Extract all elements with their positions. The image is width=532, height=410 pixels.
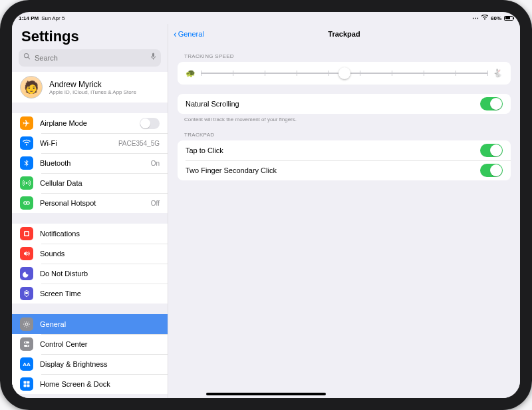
sidebar-item-label: Notifications: [40, 230, 160, 238]
sidebar-item-personal-hotspot[interactable]: Personal HotspotOff: [12, 193, 168, 213]
sidebar-item-do-not-disturb[interactable]: Do Not Disturb: [12, 264, 168, 284]
sound-icon: [20, 247, 33, 260]
search-icon: [23, 53, 31, 61]
detail-title: Trackpad: [328, 30, 360, 38]
svg-rect-16: [24, 381, 27, 384]
search-field[interactable]: [19, 49, 161, 67]
chevron-left-icon: ‹: [174, 29, 177, 39]
hotspot-icon: [20, 196, 33, 210]
avatar: 🧑: [20, 76, 43, 99]
sidebar-item-label: Cellular Data: [40, 179, 160, 187]
svg-rect-2: [152, 53, 154, 57]
natural-scroll-footnote: Content will track the movement of your …: [168, 114, 520, 122]
settings-title: Settings: [12, 24, 168, 49]
ipad-frame: 1:14 PM Sun Apr 5 60% Settings: [0, 0, 532, 410]
sidebar-item-label: Bluetooth: [40, 159, 151, 167]
setting-row-two-finger-secondary-click[interactable]: Two Finger Secondary Click: [178, 160, 511, 180]
svg-point-10: [25, 323, 28, 325]
detail-header: ‹ General Trackpad: [168, 24, 520, 44]
tracking-speed-card: 🐢 🐇: [178, 62, 511, 85]
apple-id-row[interactable]: 🧑 Andrew Myrick Apple ID, iCloud, iTunes…: [12, 72, 168, 102]
sidebar-item-label: Do Not Disturb: [40, 270, 160, 278]
setting-row-tap-to-click[interactable]: Tap to Click: [178, 140, 511, 160]
sidebar-item-value: On: [151, 160, 160, 167]
sidebar-item-airplane-mode[interactable]: Airplane Mode: [12, 113, 168, 133]
settings-sidebar: Settings 🧑 Andrew Myrick Apple ID, iC: [12, 24, 168, 398]
dnd-icon: [20, 267, 33, 280]
toggle[interactable]: [480, 164, 503, 177]
hare-icon: 🐇: [493, 69, 503, 78]
sidebar-item-bluetooth[interactable]: BluetoothOn: [12, 153, 168, 173]
sidebar-item-label: Control Center: [40, 340, 160, 348]
cell-icon: [20, 176, 33, 190]
sidebar-item-value: Off: [151, 200, 160, 207]
setting-label: Two Finger Secondary Click: [186, 166, 480, 174]
display-icon: AA: [20, 357, 33, 371]
svg-rect-17: [27, 381, 30, 384]
tracking-speed-label: TRACKING SPEED: [168, 44, 520, 62]
sidebar-item-control-center[interactable]: Control Center: [12, 334, 168, 354]
sidebar-item-label: General: [40, 320, 160, 328]
svg-rect-19: [27, 385, 30, 387]
sidebar-item-general[interactable]: General: [12, 314, 168, 334]
toggle[interactable]: [480, 97, 503, 110]
sidebar-item-label: Screen Time: [40, 290, 160, 298]
svg-point-12: [25, 342, 27, 343]
status-time: 1:14 PM: [19, 15, 39, 21]
back-button[interactable]: ‹ General: [174, 29, 204, 39]
toggle[interactable]: [480, 144, 503, 157]
sidebar-item-label: Airplane Mode: [40, 119, 140, 127]
trackpad-section-label: TRACKPAD: [168, 122, 520, 140]
cc-icon: [20, 337, 33, 351]
svg-rect-18: [24, 385, 27, 387]
home-icon: [20, 377, 33, 391]
tracking-speed-slider[interactable]: [201, 73, 487, 74]
status-date: Sun Apr 5: [41, 15, 65, 21]
sidebar-item-label: Personal Hotspot: [40, 199, 151, 207]
sidebar-item-sounds[interactable]: Sounds: [12, 244, 168, 264]
search-input[interactable]: [19, 49, 161, 67]
wifi-icon: [20, 136, 33, 150]
battery-icon: [504, 16, 513, 21]
sidebar-item-wi-fi[interactable]: Wi-FiPACE354_5G: [12, 133, 168, 153]
sidebar-item-cellular-data[interactable]: Cellular Data: [12, 173, 168, 193]
status-bar: 1:14 PM Sun Apr 5 60%: [12, 12, 520, 24]
svg-rect-13: [24, 345, 29, 347]
svg-point-4: [26, 182, 28, 184]
setting-label: Tap to Click: [186, 146, 480, 154]
toggle[interactable]: [140, 118, 160, 129]
screentime-icon: [20, 287, 33, 300]
detail-pane: ‹ General Trackpad TRACKING SPEED 🐢 🐇 Na…: [168, 24, 520, 398]
wifi-icon: [481, 15, 488, 21]
sidebar-item-display-brightness[interactable]: AADisplay & Brightness: [12, 354, 168, 374]
sidebar-item-notifications[interactable]: Notifications: [12, 224, 168, 244]
svg-point-14: [27, 345, 29, 347]
setting-label: Natural Scrolling: [186, 100, 480, 108]
bt-icon: [20, 156, 33, 170]
account-sub: Apple ID, iCloud, iTunes & App Store: [49, 89, 136, 95]
mic-icon[interactable]: [150, 53, 156, 62]
sidebar-item-label: Wi-Fi: [40, 139, 118, 147]
home-indicator[interactable]: [206, 393, 326, 395]
sidebar-item-label: Display & Brightness: [40, 360, 160, 368]
svg-line-1: [28, 57, 30, 59]
sidebar-item-value: PACE354_5G: [118, 140, 160, 147]
sidebar-item-home-screen-dock[interactable]: Home Screen & Dock: [12, 374, 168, 394]
gear-icon: [20, 317, 33, 331]
svg-rect-11: [24, 341, 29, 343]
tortoise-icon: 🐢: [186, 69, 196, 78]
cell-signal-icon: [472, 15, 479, 22]
account-name: Andrew Myrick: [49, 80, 136, 89]
svg-text:AA: AA: [23, 361, 31, 367]
setting-row-natural-scrolling[interactable]: Natural Scrolling: [178, 94, 511, 114]
back-label: General: [178, 30, 204, 38]
slider-thumb[interactable]: [338, 67, 350, 79]
sidebar-item-screen-time[interactable]: Screen Time: [12, 284, 168, 304]
airplane-icon: [20, 116, 33, 130]
svg-rect-9: [25, 292, 28, 294]
screen: 1:14 PM Sun Apr 5 60% Settings: [12, 12, 520, 398]
sidebar-item-label: Home Screen & Dock: [40, 380, 160, 388]
status-battery: 60%: [491, 15, 501, 21]
svg-rect-8: [25, 232, 29, 236]
notif-icon: [20, 227, 33, 240]
